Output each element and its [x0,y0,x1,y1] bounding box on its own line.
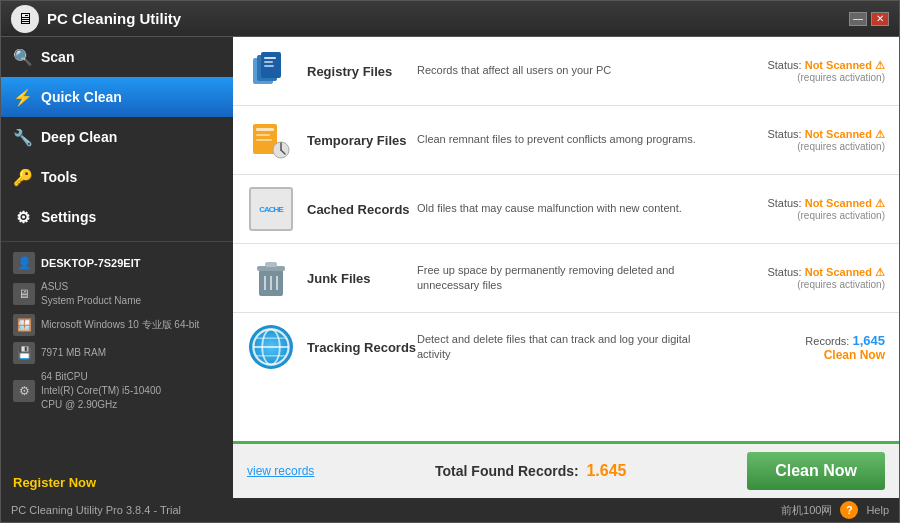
cached-name: Cached Records [307,202,417,217]
tracking-name: Tracking Records [307,340,417,355]
sidebar-item-tools-label: Tools [41,169,77,185]
system-info: 👤 DESKTOP-7S29EIT 🖥 ASUS System Product … [1,241,233,428]
computer-icon: 🖥 [13,283,35,305]
title-bar: 🖥 PC Cleaning Utility — ✕ [1,1,899,37]
help-button[interactable]: ? [840,501,858,519]
app-logo: 🖥 [11,5,39,33]
app-info: PC Cleaning Utility Pro 3.8.4 - Trial [11,504,181,516]
tracking-clean-now[interactable]: Clean Now [710,348,885,362]
trash-icon [249,256,293,300]
hostname-row: 👤 DESKTOP-7S29EIT [13,252,221,274]
cached-status-value: Not Scanned ⚠ [805,197,885,209]
sidebar-item-scan[interactable]: 🔍 Scan [1,37,233,77]
os-label: Microsoft Windows 10 专业版 64-bit [41,318,199,332]
junk-icon [247,254,295,302]
svg-rect-4 [264,61,273,63]
scan-item-registry: Registry Files Records that affect all u… [233,37,899,106]
sidebar-item-deep-clean[interactable]: 🔧 Deep Clean [1,117,233,157]
ram-label: 7971 MB RAM [41,346,106,360]
hostname: DESKTOP-7S29EIT [41,257,140,269]
junk-status-value: Not Scanned ⚠ [805,266,885,278]
sidebar-item-settings-label: Settings [41,209,96,225]
scan-item-cached: CACHE Cached Records Old files that may … [233,175,899,244]
windows-icon: 🪟 [13,314,35,336]
svg-rect-15 [265,262,277,267]
status-bar: PC Cleaning Utility Pro 3.8.4 - Trial 前机… [1,498,899,522]
cache-icon-box: CACHE [249,187,293,231]
cached-requires: (requires activation) [710,210,885,221]
temporary-name: Temporary Files [307,133,417,148]
quick-clean-icon: ⚡ [13,87,33,107]
junk-desc: Free up space by permanently removing de… [417,263,710,294]
temporary-desc: Clean remnant files to prevent conflicts… [417,132,710,147]
register-now-label[interactable]: Register Now [1,467,233,498]
sidebar-item-quick-clean[interactable]: ⚡ Quick Clean [1,77,233,117]
watermark: 前机100网 [781,503,832,518]
scan-items-list: Registry Files Records that affect all u… [233,37,899,441]
ram-row: 💾 7971 MB RAM [13,342,221,364]
junk-name: Junk Files [307,271,417,286]
asus-row: 🖥 ASUS System Product Name [13,280,221,308]
scan-item-temporary: Temporary Files Clean remnant files to p… [233,106,899,175]
window-controls: — ✕ [849,12,889,26]
sidebar-item-scan-label: Scan [41,49,74,65]
deep-clean-icon: 🔧 [13,127,33,147]
sidebar-item-settings[interactable]: ⚙ Settings [1,197,233,237]
svg-rect-7 [256,128,274,131]
os-row: 🪟 Microsoft Windows 10 专业版 64-bit [13,314,221,336]
settings-icon: ⚙ [13,207,33,227]
registry-icon [247,47,295,95]
temporary-status-value: Not Scanned ⚠ [805,128,885,140]
cached-icon: CACHE [247,185,295,233]
help-label: Help [866,504,889,516]
registry-desc: Records that affect all users on your PC [417,63,710,78]
junk-status: Status: Not Scanned ⚠ (requires activati… [710,266,885,290]
tracking-icon [247,323,295,371]
temporary-icon [247,116,295,164]
minimize-button[interactable]: — [849,12,867,26]
sidebar-item-deep-clean-label: Deep Clean [41,129,117,145]
tools-icon: 🔑 [13,167,33,187]
registry-status-value: Not Scanned ⚠ [805,59,885,71]
cpu-icon: ⚙ [13,380,35,402]
user-icon: 👤 [13,252,35,274]
os-info: Microsoft Windows 10 专业版 64-bit [41,318,199,332]
scan-item-junk: Junk Files Free up space by permanently … [233,244,899,313]
product-name: System Product Name [41,294,141,308]
tracking-desc: Detect and delete files that can track a… [417,332,710,363]
scan-item-tracking: Tracking Records Detect and delete files… [233,313,899,381]
close-button[interactable]: ✕ [871,12,889,26]
registry-status: Status: Not Scanned ⚠ (requires activati… [710,59,885,83]
cpu-row: ⚙ 64 BitCPU Intel(R) Core(TM) i5-10400 C… [13,370,221,412]
bottom-bar: view records Total Found Records: 1.645 … [233,441,899,498]
sidebar-item-tools[interactable]: 🔑 Tools [1,157,233,197]
sidebar-item-quick-clean-label: Quick Clean [41,89,122,105]
sidebar: 🔍 Scan ⚡ Quick Clean 🔧 Deep Clean 🔑 Tool… [1,37,233,498]
junk-requires: (requires activation) [710,279,885,290]
total-found-label: Total Found Records: 1.645 [326,462,735,480]
view-records-link[interactable]: view records [247,464,314,478]
temporary-status: Status: Not Scanned ⚠ (requires activati… [710,128,885,152]
asus-info: ASUS System Product Name [41,280,141,308]
total-count: 1.645 [586,462,626,479]
registry-requires: (requires activation) [710,72,885,83]
ram-icon: 💾 [13,342,35,364]
clean-now-button[interactable]: Clean Now [747,452,885,490]
svg-rect-5 [264,65,274,67]
cpu-label: 64 BitCPU [41,370,161,384]
status-bar-right: 前机100网 ? Help [781,501,889,519]
content-area: Registry Files Records that affect all u… [233,37,899,498]
cached-status: Status: Not Scanned ⚠ (requires activati… [710,197,885,221]
registry-name: Registry Files [307,64,417,79]
cpu-detail: Intel(R) Core(TM) i5-10400 [41,384,161,398]
asus-label: ASUS [41,280,141,294]
cpu-info: 64 BitCPU Intel(R) Core(TM) i5-10400 CPU… [41,370,161,412]
svg-rect-8 [256,134,270,136]
main-body: 🔍 Scan ⚡ Quick Clean 🔧 Deep Clean 🔑 Tool… [1,37,899,498]
tracking-status: Records: 1,645 Clean Now [710,333,885,362]
cached-desc: Old files that may cause malfunction wit… [417,201,710,216]
svg-rect-9 [256,139,272,141]
tracking-records-count: 1,645 [852,333,885,348]
globe-icon [249,325,293,369]
cpu-freq: CPU @ 2.90GHz [41,398,161,412]
